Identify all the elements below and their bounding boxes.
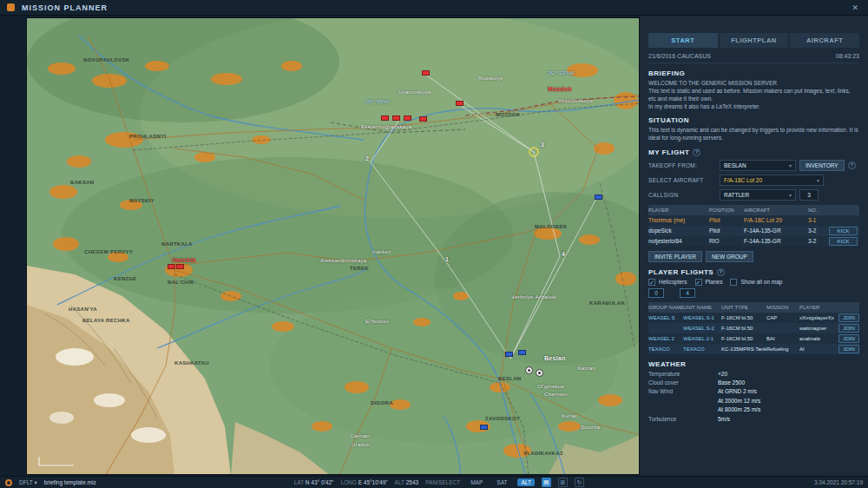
friendly-unit-icon[interactable] [505,352,513,357]
mode-select[interactable]: DFLT ▾ [19,479,37,486]
map-label: NOVOPAVLOVSK [83,57,129,63]
enemy-unit-icon[interactable] [168,264,175,269]
planes-checkbox[interactable]: ✓ [695,279,702,286]
tab-start[interactable]: START [648,33,718,48]
enemy-unit-icon[interactable] [422,70,430,76]
column-header: PLAYER [648,208,709,213]
table-row[interactable]: WEASEL S-2 F-16CM bl.50 wattmagner JOIN [648,323,859,333]
invite-player-button[interactable]: INVITE PLAYER [648,251,702,262]
enemy-unit-icon[interactable] [392,115,400,121]
unit-type: F-16CM bl.50 [721,315,766,320]
player-aircraft: F-14A-135-GR [744,238,808,244]
tab-aircraft[interactable]: AIRCRAFT [790,33,859,48]
mission-map[interactable]: NOVOPAVLOVSKUvarovskoyeRusskoyeMozdokVes… [26,17,640,475]
new-group-button[interactable]: NEW GROUP [706,251,753,262]
map-label: Nalchik [173,257,196,263]
chevron-down-icon: ▾ [789,192,792,198]
map-label: ZAVODSKOY [485,416,520,421]
map-label: MALGOBEK [535,224,567,229]
callsign-select[interactable]: RATTLER▾ [720,189,796,201]
inventory-button[interactable]: INVENTORY [799,160,845,171]
waypoint-number[interactable]: 3 [541,142,544,148]
plane-count[interactable]: 4 [680,288,695,298]
situation-text: This text is dynamic and can be changed … [648,126,859,142]
helicopter-count[interactable]: 0 [648,288,664,298]
waypoint-number[interactable]: 4 [562,251,565,257]
enemy-unit-icon[interactable] [456,101,464,106]
takeoff-from-select[interactable]: BESLAN▾ [720,160,796,171]
player-position: RIO [709,238,744,244]
enemy-unit-icon[interactable] [176,264,184,269]
refresh-icon[interactable]: ↻ [575,478,584,487]
alt-view-button[interactable]: ALT [517,478,534,486]
close-icon[interactable]: ✕ [849,3,861,12]
mission-type: BAI [766,336,799,341]
map-view-button[interactable]: MAP [467,478,486,486]
table-row[interactable]: dopeSick Pilot F-14A-135-GR 3-2 KICK [648,226,859,236]
enemy-unit-icon[interactable] [419,116,427,122]
join-button[interactable]: JOIN [838,345,859,353]
airfield-icon[interactable] [525,366,533,374]
table-row[interactable]: TEXACO TEXACO KC-135MPRS Tanker Refuelin… [648,344,859,354]
kick-button[interactable]: KICK [829,237,858,246]
friendly-unit-icon[interactable] [480,425,488,430]
sat-view-button[interactable]: SAT [493,478,510,486]
helicopters-checkbox[interactable]: ✓ [648,279,655,286]
weather-value: At 2000m 12 m/s [718,397,859,406]
alt-value: 2543 [406,479,418,485]
waypoint-number[interactable]: 1 [445,256,449,262]
table-row[interactable]: WEASEL S WEASEL S-1 F-16CM bl.50 CAP xXm… [648,313,859,323]
measurement-label: 093° 95NM [365,99,390,104]
map-overlay: NOVOPAVLOVSKUvarovskoyeRusskoyeMozdokVes… [27,18,640,475]
map-label: KENZHE [114,276,136,281]
group-name: WEASEL 2 [648,336,683,341]
airfield-icon[interactable] [536,369,543,377]
map-label: Beslan [544,355,566,361]
callsign-number-stepper[interactable]: 3 [799,189,819,201]
join-button[interactable]: JOIN [838,334,859,343]
pan-select-label: PAN/SELECT [425,479,460,485]
flight-player: xXmigslayerXx [799,315,838,320]
player-number: 3-1 [808,217,829,223]
panel-tabs: START FLIGHTPLAN AIRCRAFT [648,33,859,48]
player-aircraft: F/A-18C Lot 20 [744,217,808,223]
help-icon[interactable]: ? [848,162,856,169]
friendly-unit-icon[interactable] [595,195,602,200]
aircraft-select[interactable]: F/A-18C Lot 20▾ [720,175,824,186]
map-label: Russkoye [478,76,503,81]
map-label: Inarkey [372,249,391,254]
show-all-on-map-checkbox[interactable] [730,279,737,286]
grid-icon[interactable]: ⊞ [558,478,568,487]
column-header: GROUP NAME [648,305,683,310]
mission-time: 08:43:23 [836,53,859,59]
map-label: Ekaterinogradskaya [361,124,411,129]
map-label: Uradon [352,442,370,447]
enemy-unit-icon[interactable] [381,115,389,121]
table-row[interactable]: WEASEL 2 WEASEL 2-1 F-16CM bl.50 BAI ana… [648,333,859,344]
table-row[interactable]: notjesterlol84 RIO F-14A-135-GR 3-2 KICK [648,236,859,247]
mission-planner-window: MISSION PLANNER ✕ [0,0,868,488]
lat-value: N 43° 0'42" [306,479,334,485]
friendly-unit-icon[interactable] [518,350,526,355]
map-label: KASHKATAU [174,360,209,366]
tab-flightplan[interactable]: FLIGHTPLAN [720,33,789,48]
unit-type: F-16CM bl.50 [721,336,766,341]
chevron-down-icon: ▾ [817,177,819,183]
column-header: UNIT NAME [683,305,721,310]
join-button[interactable]: JOIN [838,313,859,322]
join-button[interactable]: JOIN [838,324,859,333]
unit-type: KC-135MPRS Tanker [721,346,766,352]
weather-label: Nav Wind [648,387,718,396]
table-row[interactable]: Thorimus (me) Pilot F/A-18C Lot 20 3-1 [648,215,859,226]
player-number: 3-2 [808,228,829,234]
waypoint-number[interactable]: 2 [365,155,369,162]
briefing-line: This text is static and used as before. … [648,87,859,102]
help-icon[interactable]: ? [717,268,725,276]
takeoff-from-label: TAKEOFF FROM: [648,162,716,168]
enemy-unit-icon[interactable] [404,115,411,121]
layers-icon[interactable]: ▤ [542,478,551,487]
mission-type: Refueling [766,346,799,352]
kick-button[interactable]: KICK [829,227,858,235]
long-value: E 45°10'49" [358,479,388,485]
help-icon[interactable]: ? [693,148,700,156]
